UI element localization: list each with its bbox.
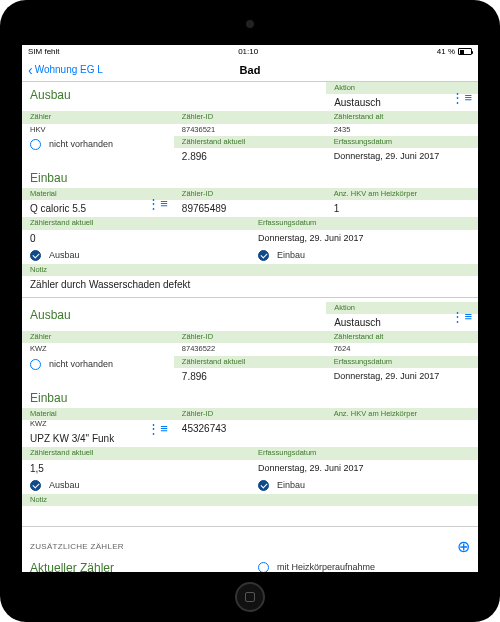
- add-icon[interactable]: ⊕: [457, 537, 470, 556]
- zaehlerid-label: Zähler-ID: [174, 111, 326, 123]
- battery-percent: 41 %: [437, 47, 455, 56]
- zaehlerid-value: 87436522: [174, 343, 326, 355]
- zaehlerid-label: Zähler-ID: [174, 331, 326, 343]
- check-icon: [258, 480, 269, 491]
- heizkoerper-radio[interactable]: mit Heizkörperaufnahme: [250, 559, 478, 572]
- zaehlerstand-alt-label: Zählerstand alt: [326, 111, 478, 123]
- ausbau-title: Ausbau: [22, 82, 326, 105]
- nicht-vorhanden-radio[interactable]: nicht vorhanden: [22, 136, 174, 153]
- zaehlerstand-alt-value: 2435: [326, 124, 478, 136]
- notiz-value[interactable]: [22, 506, 478, 522]
- material-value[interactable]: UPZ KW 3/4" Funk ⋮≡: [22, 430, 174, 447]
- notiz-label: Notiz: [22, 264, 478, 276]
- zaehlerstand-aktuell-label: Zählerstand aktuell: [174, 356, 326, 368]
- zaehlerstand-aktuell-value[interactable]: 7.896: [174, 368, 326, 385]
- zaehler-label: Zähler: [22, 331, 174, 343]
- radio-icon: [30, 139, 41, 150]
- aktion-value[interactable]: Austausch ⋮≡: [326, 94, 478, 111]
- erfassungsdatum-label: Erfassungsdatum: [250, 217, 478, 229]
- anz-label: Anz. HKV am Heizkörper: [326, 188, 478, 200]
- check-icon: [258, 250, 269, 261]
- erfassungsdatum-value[interactable]: Donnerstag, 29. Juni 2017: [250, 460, 478, 476]
- zaehlerid-value[interactable]: 45326743: [174, 420, 326, 437]
- aktueller-zaehler-title: Aktueller Zähler: [22, 559, 250, 572]
- zaehlerstand-aktuell-label: Zählerstand aktuell: [22, 217, 250, 229]
- zaehler-label: Zähler: [22, 111, 174, 123]
- chevron-left-icon: ‹: [28, 63, 33, 77]
- page-title: Bad: [240, 64, 261, 76]
- aktion-value[interactable]: Austausch ⋮≡: [326, 314, 478, 331]
- zaehlerid-label: Zähler-ID: [174, 188, 326, 200]
- back-button[interactable]: ‹ Wohnung EG L: [28, 63, 103, 77]
- list-icon[interactable]: ⋮≡: [451, 309, 472, 324]
- clock: 01:10: [238, 47, 258, 56]
- zaehlerstand-aktuell-label: Zählerstand aktuell: [22, 447, 250, 459]
- nicht-vorhanden-radio[interactable]: nicht vorhanden: [22, 356, 174, 373]
- erfassungsdatum-label: Erfassungsdatum: [326, 136, 478, 148]
- material-value[interactable]: Q caloric 5.5 ⋮≡: [22, 200, 174, 217]
- erfassungsdatum-label: Erfassungsdatum: [326, 356, 478, 368]
- erfassungsdatum-value[interactable]: Donnerstag, 29. Juni 2017: [326, 148, 478, 164]
- sim-status: SIM fehlt: [28, 47, 60, 56]
- back-label: Wohnung EG L: [35, 64, 103, 75]
- anz-label: Anz. HKV am Heizkörper: [326, 408, 478, 420]
- zaehlerstand-alt-value: 7624: [326, 343, 478, 355]
- zaehlerstand-aktuell-label: Zählerstand aktuell: [174, 136, 326, 148]
- status-bar: SIM fehlt 01:10 41 %: [22, 45, 478, 58]
- ausbau-check[interactable]: Ausbau: [22, 477, 250, 494]
- erfassungsdatum-value[interactable]: Donnerstag, 29. Juni 2017: [250, 230, 478, 246]
- check-icon: [30, 480, 41, 491]
- list-icon[interactable]: ⋮≡: [451, 89, 472, 104]
- zaehlerid-value: 87436521: [174, 124, 326, 136]
- zaehlerstand-aktuell-value[interactable]: 1,5: [22, 460, 250, 477]
- radio-icon: [30, 359, 41, 370]
- zaehlerid-value[interactable]: 89765489: [174, 200, 326, 217]
- erfassungsdatum-value[interactable]: Donnerstag, 29. Juni 2017: [326, 368, 478, 384]
- erfassungsdatum-label: Erfassungsdatum: [250, 447, 478, 459]
- zaehlerstand-aktuell-value[interactable]: 2.896: [174, 148, 326, 165]
- check-icon: [30, 250, 41, 261]
- zaehlerstand-alt-label: Zählerstand alt: [326, 331, 478, 343]
- ausbau-check[interactable]: Ausbau: [22, 247, 250, 264]
- navbar: ‹ Wohnung EG L Bad: [22, 58, 478, 82]
- notiz-label: Notiz: [22, 494, 478, 506]
- anz-value[interactable]: 1: [326, 200, 478, 217]
- einbau-title: Einbau: [22, 165, 478, 188]
- notiz-value[interactable]: Zähler durch Wasserschaden defekt: [22, 276, 478, 293]
- home-button[interactable]: [235, 582, 265, 612]
- einbau-title: Einbau: [22, 385, 478, 408]
- einbau-check[interactable]: Einbau: [250, 477, 478, 494]
- anz-value[interactable]: [326, 420, 478, 436]
- zaehler-value: KWZ: [22, 343, 174, 355]
- zaehlerid-label: Zähler-ID: [174, 408, 326, 420]
- radio-icon: [258, 562, 269, 572]
- list-icon[interactable]: ⋮≡: [147, 420, 168, 435]
- extra-header: ZUSÄTZLICHE ZÄHLER: [30, 542, 124, 551]
- list-icon[interactable]: ⋮≡: [147, 195, 168, 210]
- content-scroll[interactable]: Ausbau Aktion Austausch ⋮≡ Zähler HKV Zä…: [22, 82, 478, 572]
- zaehlerstand-aktuell-value[interactable]: 0: [22, 230, 250, 247]
- einbau-check[interactable]: Einbau: [250, 247, 478, 264]
- zaehler-value: HKV: [22, 124, 174, 136]
- ausbau-title: Ausbau: [22, 302, 326, 325]
- battery-icon: [458, 48, 472, 55]
